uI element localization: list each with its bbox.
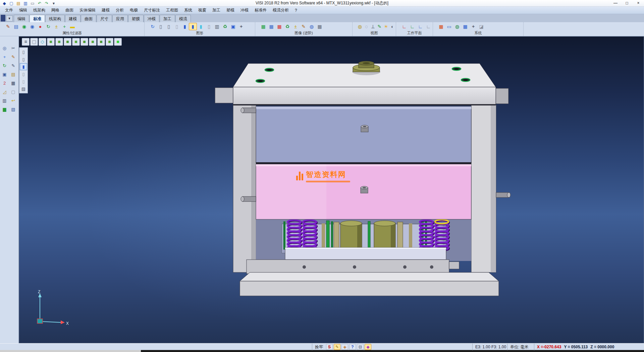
cyl-hidden-icon[interactable]: ▯	[20, 56, 27, 63]
save-file-button[interactable]: ▥	[22, 1, 29, 6]
lighting-icon[interactable]: ☀	[383, 23, 389, 30]
view-blank-button[interactable]: ▢	[30, 38, 38, 46]
cut-icon[interactable]: ✂	[9, 44, 17, 52]
solid-view-icon[interactable]: ◪	[477, 23, 485, 30]
view-cube-8-button[interactable]: ■	[106, 38, 113, 46]
dashed-view-icon[interactable]: ▯	[173, 23, 181, 30]
view-menu-button[interactable]: ≡	[22, 38, 30, 46]
remove-filter-icon[interactable]: ▬	[68, 23, 76, 30]
traffic-light-filter-icon[interactable]: ●	[36, 23, 44, 30]
cyl-hatch-icon[interactable]: ▨	[20, 85, 27, 92]
plane-view-icon[interactable]: ⊥	[370, 23, 376, 30]
table-icon[interactable]: ▦	[461, 23, 469, 30]
view-cube-6-button[interactable]: ■	[89, 38, 97, 46]
maximize-button[interactable]: □	[621, 0, 633, 6]
save-view-icon[interactable]: ▧	[9, 105, 17, 113]
advanced-toggle-icon[interactable]: ±	[291, 23, 300, 30]
screen-capture-icon[interactable]: ▭	[445, 23, 453, 30]
tab-dropdown-button[interactable]: ▼	[6, 15, 13, 21]
add-filter-icon[interactable]: +	[60, 23, 68, 30]
menu-flow-analysis[interactable]: 模流分析	[270, 7, 292, 14]
film-icon[interactable]: ▦	[9, 79, 17, 87]
hidden-line-view-icon[interactable]: ▯	[165, 23, 173, 30]
close-button[interactable]: ×	[633, 0, 644, 6]
view-wirebox-button[interactable]: ◇	[39, 38, 46, 46]
minimize-button[interactable]: —	[610, 0, 621, 6]
render-mode-icon[interactable]: ◍	[357, 23, 363, 30]
view-cube-2-button[interactable]: ■	[55, 38, 63, 46]
menu-drafting[interactable]: 工程图	[163, 7, 181, 14]
options-icon[interactable]: ✦	[469, 23, 477, 30]
menu-wireframe[interactable]: 线架构	[30, 7, 48, 14]
view-iso-active-button[interactable]: ■	[114, 38, 122, 46]
shaded-edges-view-icon[interactable]: ▮	[189, 23, 197, 30]
menu-standard-parts[interactable]: 标准件	[252, 7, 270, 14]
cpl-reset-icon[interactable]: ∟	[424, 23, 432, 30]
stamp-2-icon[interactable]: 2	[1, 79, 9, 87]
app-logo[interactable]: ◆	[1, 1, 7, 6]
hide-entities-icon[interactable]: ◉	[28, 23, 36, 30]
shadow-icon[interactable]: ◐	[389, 23, 396, 30]
tab-application[interactable]: 应用	[112, 15, 128, 22]
sketch-view-icon[interactable]: ✎	[376, 23, 383, 30]
view-cube-7-button[interactable]: ■	[97, 38, 105, 46]
toggle-visibility-icon[interactable]: ±	[52, 23, 60, 30]
menu-die[interactable]: 冲模	[237, 7, 252, 14]
show-entities-icon[interactable]: ◉	[20, 23, 28, 30]
lock-label[interactable]: 拴牢	[312, 344, 323, 350]
context-help-button[interactable]: ?	[349, 344, 356, 350]
hatch-icon[interactable]: ▥	[1, 97, 9, 104]
view-cube-5-button[interactable]: ■	[80, 38, 88, 46]
hatched-view-icon[interactable]: ▥	[213, 23, 221, 30]
tab-flow[interactable]: 模流	[175, 15, 191, 22]
shaded-view-icon[interactable]: ▮	[181, 23, 189, 30]
color-palette-icon[interactable]: ▦	[437, 23, 445, 30]
wireframe-view-icon[interactable]: ▯	[157, 23, 165, 30]
advanced-refresh-icon[interactable]: ♻	[283, 23, 291, 30]
redo-button[interactable]: ↷	[44, 1, 50, 6]
open-file-button[interactable]: ▤	[15, 1, 21, 6]
tab-modeling[interactable]: 建模	[65, 15, 80, 22]
new-file-button[interactable]: ▢	[8, 1, 14, 6]
undo-button[interactable]: ↶	[37, 1, 43, 6]
pick-filter-button[interactable]: ✎	[334, 344, 340, 350]
annotate-icon[interactable]: ✎	[300, 23, 308, 30]
view-cube-3-button[interactable]: ■	[64, 38, 71, 46]
cyl-ghost-icon[interactable]: ▯	[20, 78, 27, 85]
globe-icon[interactable]: ◍	[453, 23, 461, 30]
menu-edit[interactable]: 编辑	[16, 7, 30, 14]
cyl-shaded-icon[interactable]: ▮	[20, 63, 27, 70]
tab-die[interactable]: 冲模	[144, 15, 159, 22]
menu-electrode[interactable]: 电极	[127, 7, 141, 14]
transparent-view-icon[interactable]: ▮	[197, 23, 205, 30]
dynamic-rotate-button[interactable]: ◈	[341, 344, 348, 350]
view-attributes-icon[interactable]: ▤	[12, 23, 20, 30]
menu-solid-edit[interactable]: 实体编辑	[76, 7, 99, 14]
tab-wireframe[interactable]: 线架构	[45, 15, 65, 22]
menu-surface[interactable]: 曲面	[62, 7, 76, 14]
menu-analysis[interactable]: 分析	[113, 7, 127, 14]
quick-access-options-button[interactable]: ▾	[51, 1, 57, 6]
menu-window[interactable]: 视窗	[195, 7, 209, 14]
menu-dimensioning[interactable]: 尺寸标注	[141, 7, 163, 14]
view-cube-1-button[interactable]: ■	[47, 38, 55, 46]
advanced-hide-box-icon[interactable]: ▦	[267, 23, 275, 30]
flat-view-icon[interactable]: ▯	[205, 23, 213, 30]
rotate-icon[interactable]: ↻	[1, 62, 9, 69]
regenerate-icon[interactable]: ↻	[149, 23, 157, 30]
undo-yellow-icon[interactable]: ↩	[9, 97, 17, 104]
chart-icon[interactable]: ▆	[1, 105, 9, 113]
tab-machining[interactable]: 加工	[160, 15, 175, 22]
advanced-show-box-icon[interactable]: ▦	[259, 23, 267, 30]
print-button[interactable]: ▭	[30, 1, 36, 6]
notebook-icon[interactable]: ▤	[9, 71, 17, 78]
cpl-indicator-button[interactable]: ◆	[365, 344, 371, 350]
snap-s-button[interactable]: S	[326, 344, 333, 350]
menu-system[interactable]: 系统	[181, 7, 195, 14]
display-settings-icon[interactable]: ✦	[237, 23, 245, 30]
edit-icon[interactable]: ✎	[9, 53, 17, 60]
tab-edit[interactable]: 编辑	[14, 15, 29, 22]
view-cube-4-button[interactable]: ■	[72, 38, 80, 46]
cyl-wire-icon[interactable]: ▯	[20, 48, 27, 55]
shading-options-icon[interactable]: ▣	[229, 23, 237, 30]
